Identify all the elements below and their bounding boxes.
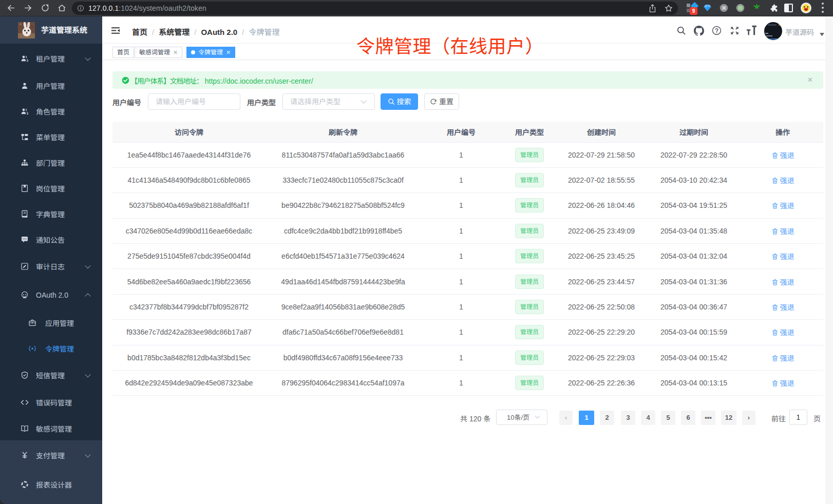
svg-text:⌘: ⌘ [722, 6, 726, 11]
svg-text:a: a [31, 347, 33, 350]
